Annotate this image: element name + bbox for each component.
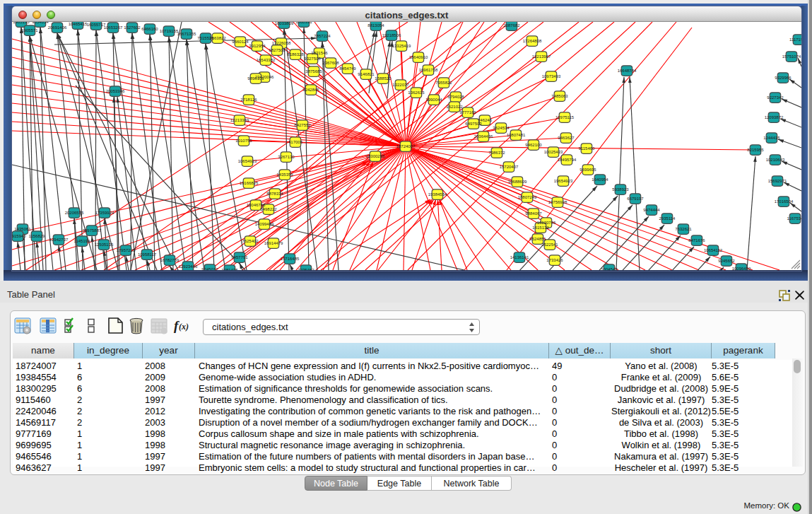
svg-text:12975115: 12975115: [555, 115, 575, 119]
svg-text:19166825: 19166825: [240, 181, 259, 185]
svg-text:12213369: 12213369: [230, 118, 249, 122]
svg-text:1588520: 1588520: [375, 76, 392, 81]
svg-text:6794028: 6794028: [447, 95, 464, 99]
svg-text:7857224: 7857224: [314, 34, 331, 38]
svg-text:6679197: 6679197: [627, 197, 644, 201]
svg-text:9884067: 9884067: [525, 211, 542, 216]
svg-text:1362615: 1362615: [408, 90, 425, 95]
svg-text:8454749: 8454749: [339, 66, 356, 71]
svg-text:3624534: 3624534: [493, 126, 510, 130]
svg-text:19654923: 19654923: [554, 179, 573, 183]
svg-text:17016504: 17016504: [775, 199, 794, 204]
svg-text:18807249: 18807249: [518, 195, 537, 199]
svg-text:11171950: 11171950: [789, 37, 801, 42]
svg-text:18640910: 18640910: [409, 55, 428, 59]
svg-text:8878334: 8878334: [266, 192, 283, 196]
svg-text:19218506: 19218506: [382, 33, 401, 37]
svg-text:1322037: 1322037: [392, 83, 409, 87]
svg-text:16120746: 16120746: [537, 221, 556, 225]
svg-text:2087682: 2087682: [503, 23, 520, 28]
svg-text:10465415: 10465415: [69, 22, 88, 26]
svg-text:17359924: 17359924: [95, 211, 114, 215]
svg-text:16648784: 16648784: [618, 69, 637, 73]
svg-text:16033809: 16033809: [275, 22, 294, 25]
svg-text:15716485: 15716485: [281, 257, 300, 261]
svg-text:9462100: 9462100: [525, 143, 542, 147]
svg-text:9327508: 9327508: [304, 57, 321, 61]
svg-text:10210643: 10210643: [766, 158, 785, 162]
svg-text:10025433: 10025433: [544, 150, 563, 154]
svg-text:3267130: 3267130: [278, 155, 295, 159]
svg-text:9699695: 9699695: [579, 168, 596, 172]
svg-text:10958117: 10958117: [138, 252, 157, 257]
svg-text:16671355: 16671355: [177, 32, 196, 36]
svg-text:18495794: 18495794: [558, 158, 577, 162]
svg-text:19756928: 19756928: [548, 200, 567, 204]
svg-text:1527602: 1527602: [124, 25, 141, 30]
svg-text:13325419: 13325419: [392, 44, 411, 48]
svg-text:1621022: 1621022: [446, 105, 463, 109]
svg-text:7625402: 7625402: [242, 239, 259, 243]
svg-text:6466160: 6466160: [141, 27, 158, 31]
svg-text:(x): (x): [179, 322, 189, 332]
svg-text:20364436: 20364436: [474, 134, 493, 139]
svg-text:10688609: 10688609: [508, 180, 527, 184]
svg-text:9115460: 9115460: [579, 146, 596, 151]
svg-text:18300295: 18300295: [366, 154, 385, 158]
svg-text:3915940: 3915940: [12, 234, 26, 238]
svg-text:7663822: 7663822: [209, 36, 226, 40]
svg-text:7235462: 7235462: [298, 268, 314, 270]
svg-text:16914479: 16914479: [264, 241, 283, 245]
svg-text:7955822: 7955822: [435, 81, 452, 85]
svg-text:1640954: 1640954: [592, 177, 608, 182]
svg-text:9146821: 9146821: [358, 72, 375, 76]
svg-text:15751074: 15751074: [782, 54, 801, 59]
svg-text:9524851: 9524851: [529, 237, 546, 241]
svg-text:17264808: 17264808: [523, 39, 542, 43]
svg-text:20053346: 20053346: [106, 89, 125, 93]
svg-text:8186328: 8186328: [287, 52, 304, 57]
svg-text:10654112: 10654112: [704, 248, 723, 252]
svg-text:1244415: 1244415: [763, 136, 780, 140]
svg-text:16543382: 16543382: [257, 58, 276, 62]
svg-text:8471676: 8471676: [688, 238, 705, 243]
svg-text:9896101: 9896101: [247, 76, 264, 81]
svg-text:1733426: 1733426: [546, 258, 563, 262]
svg-text:9463627: 9463627: [558, 136, 575, 140]
svg-text:9827508: 9827508: [269, 48, 286, 52]
svg-text:9245012: 9245012: [201, 267, 218, 270]
svg-text:15692971: 15692971: [768, 179, 787, 183]
svg-text:1145194: 1145194: [74, 239, 91, 243]
svg-text:20206575: 20206575: [65, 211, 84, 215]
svg-text:1081435: 1081435: [221, 268, 238, 270]
svg-text:10973493: 10973493: [542, 74, 561, 78]
svg-text:9777169: 9777169: [459, 110, 476, 115]
svg-text:9054054: 9054054: [32, 22, 49, 24]
svg-text:7986372: 7986372: [488, 151, 505, 155]
svg-text:417006: 417006: [288, 140, 303, 144]
svg-text:3912954: 3912954: [249, 44, 266, 48]
svg-text:14136141: 14136141: [510, 255, 529, 259]
svg-text:1167534: 1167534: [787, 216, 801, 221]
svg-text:9660124: 9660124: [232, 40, 249, 44]
svg-text:2935114: 2935114: [659, 216, 676, 221]
svg-text:13226058: 13226058: [272, 41, 291, 45]
svg-text:17957225: 17957225: [117, 248, 136, 252]
svg-text:9245652: 9245652: [718, 259, 735, 263]
svg-text:1010755: 1010755: [235, 139, 252, 143]
svg-text:9474444: 9474444: [643, 208, 660, 212]
svg-text:10654923: 10654923: [238, 159, 257, 163]
svg-text:1905571: 1905571: [21, 28, 38, 33]
svg-text:16961758: 16961758: [419, 68, 438, 72]
svg-text:19384554: 19384554: [428, 192, 447, 197]
svg-text:2367608: 2367608: [322, 61, 339, 65]
svg-text:1060391: 1060391: [295, 22, 312, 24]
svg-text:16782759: 16782759: [160, 258, 180, 262]
svg-text:10096450: 10096450: [732, 267, 751, 270]
svg-text:9227342: 9227342: [767, 95, 784, 100]
svg-text:9242845: 9242845: [302, 88, 319, 92]
svg-text:12213967: 12213967: [532, 54, 551, 59]
svg-text:12093872: 12093872: [765, 115, 784, 119]
svg-text:1990044: 1990044: [425, 98, 442, 102]
svg-text:5498222: 5498222: [260, 207, 277, 211]
